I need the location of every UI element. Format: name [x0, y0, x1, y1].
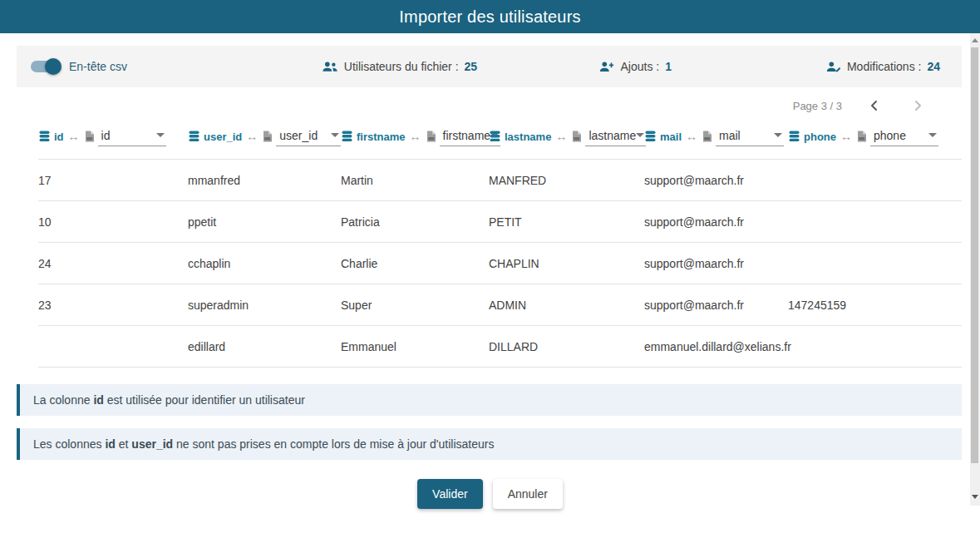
mapping-arrow-icon: ↔	[685, 130, 698, 143]
table-cell: emmanuel.dillard@xelians.fr	[644, 326, 788, 367]
stat-file-users-count: 25	[465, 60, 478, 73]
table-cell: support@maarch.fr	[644, 284, 788, 325]
table-cell	[788, 201, 962, 242]
csv-column-select-value: user_id	[279, 129, 318, 142]
csv-column-select[interactable]: lastname	[585, 127, 646, 146]
csv-column-select[interactable]: mail	[716, 127, 784, 146]
scrollbar-up-arrow-icon[interactable]	[972, 38, 978, 42]
stat-file-users-label: Utilisateurs du fichier :	[344, 60, 459, 73]
column-header: firstname ↔ firstname	[341, 126, 489, 147]
column-header: phone ↔ phone	[788, 126, 962, 147]
table-cell: Patricia	[341, 201, 489, 242]
mapping-arrow-icon: ↔	[245, 130, 259, 143]
table-row: 10ppetitPatriciaPETITsupport@maarch.fr	[38, 201, 962, 243]
table-cell: edillard	[188, 326, 341, 367]
info-note: Les colonnes id et user_id ne sont pas p…	[17, 428, 962, 460]
modal-title: Importer des utilisateurs	[399, 7, 580, 27]
csv-column-select[interactable]: phone	[870, 127, 938, 146]
scrollbar-down-arrow-icon[interactable]	[972, 495, 978, 499]
csv-column-select-value: phone	[874, 129, 906, 142]
table-cell: CHAPLIN	[489, 243, 644, 284]
person-plus-icon	[599, 61, 614, 73]
table-cell: support@maarch.fr	[644, 160, 788, 200]
db-column-label: firstname	[357, 131, 406, 143]
table-cell: PETIT	[489, 201, 644, 242]
table-cell: Martin	[341, 160, 489, 200]
csv-column-select-value: lastname	[588, 129, 636, 142]
table-row: 23superadminSuperADMINsupport@maarch.fr1…	[38, 284, 962, 326]
mapping-arrow-icon: ↔	[67, 130, 81, 143]
db-column-label: id	[54, 131, 64, 143]
table-cell: 147245159	[788, 284, 962, 325]
csv-file-icon	[84, 131, 95, 142]
table-cell	[38, 326, 188, 367]
toggle-knob[interactable]	[45, 58, 62, 75]
csv-column-select-value: mail	[719, 129, 741, 142]
mapping-arrow-icon: ↔	[409, 130, 422, 143]
table-body: 17mmanfredMartinMANFREDsupport@maarch.fr…	[38, 159, 962, 368]
table-row: 24cchaplinCharlieCHAPLINsupport@maarch.f…	[38, 243, 962, 284]
import-users-modal: Importer des utilisateurs En-tête csv Ut	[0, 0, 980, 543]
database-icon	[644, 131, 657, 142]
table-cell: MANFRED	[489, 160, 644, 200]
db-column-label: user_id	[204, 131, 242, 143]
csv-file-icon	[262, 131, 273, 142]
db-column-label: lastname	[505, 131, 551, 143]
table-cell: mmanfred	[188, 160, 341, 200]
table-cell: cchaplin	[188, 243, 341, 284]
csv-column-select-value: firstname	[443, 129, 491, 142]
database-icon	[188, 131, 200, 142]
stat-modifications-count: 24	[927, 60, 940, 73]
csv-file-icon	[426, 131, 436, 142]
db-column-label: mail	[660, 131, 682, 143]
database-icon	[788, 131, 800, 142]
toggle-track[interactable]	[31, 61, 59, 72]
stat-additions-count: 1	[665, 60, 672, 73]
page-indicator: Page 3 / 3	[793, 100, 842, 112]
database-icon	[341, 131, 353, 142]
cancel-button[interactable]: Annuler	[493, 479, 563, 509]
select-caret-icon	[156, 133, 165, 137]
column-header: mail ↔ mail	[644, 126, 788, 147]
footer-actions: Valider Annuler	[0, 479, 980, 509]
next-page-button[interactable]	[907, 95, 928, 116]
csv-column-select-value: id	[101, 129, 111, 142]
mapping-arrow-icon: ↔	[554, 130, 568, 143]
stat-additions-label: Ajouts :	[620, 60, 659, 73]
stat-modifications-label: Modifications :	[847, 60, 921, 73]
csv-column-select[interactable]: id	[98, 127, 166, 146]
table-cell: Super	[341, 284, 489, 325]
database-icon	[489, 131, 501, 142]
table-row: 17mmanfredMartinMANFREDsupport@maarch.fr	[38, 160, 962, 201]
table-cell: 23	[38, 284, 188, 325]
pagination: Page 3 / 3	[0, 87, 980, 124]
table-cell	[788, 326, 962, 367]
table-row: edillardEmmanuelDILLARDemmanuel.dillard@…	[38, 326, 962, 368]
table-header-row: id ↔ id user_id ↔	[38, 126, 962, 147]
stat-file-users: Utilisateurs du fichier : 25	[322, 60, 477, 73]
database-icon	[38, 131, 51, 142]
stat-modifications: Modifications : 24	[826, 60, 940, 73]
info-note: La colonne id est utilisée pour identifi…	[17, 384, 962, 416]
info-notes: La colonne id est utilisée pour identifi…	[17, 384, 962, 460]
csv-file-icon	[702, 131, 712, 142]
validate-button[interactable]: Valider	[417, 479, 483, 509]
previous-page-button[interactable]	[864, 95, 885, 116]
table-cell: Charlie	[341, 243, 489, 284]
mapping-arrow-icon: ↔	[840, 130, 853, 143]
csv-header-toggle-label: En-tête csv	[69, 60, 127, 73]
csv-header-toggle[interactable]: En-tête csv	[31, 60, 127, 73]
table-cell: 24	[38, 243, 188, 284]
csv-column-select[interactable]: user_id	[276, 127, 341, 146]
mapping-table: id ↔ id user_id ↔	[38, 126, 962, 368]
select-caret-icon	[331, 133, 339, 137]
select-caret-icon	[774, 133, 782, 137]
table-cell: support@maarch.fr	[644, 201, 788, 242]
stat-additions: Ajouts : 1	[599, 60, 672, 73]
table-cell: DILLARD	[489, 326, 644, 367]
table-cell: ppetit	[188, 201, 341, 242]
users-icon	[322, 61, 338, 73]
table-cell	[788, 160, 962, 200]
scrollbar-thumb[interactable]	[971, 47, 978, 463]
vertical-scrollbar[interactable]	[970, 33, 980, 506]
